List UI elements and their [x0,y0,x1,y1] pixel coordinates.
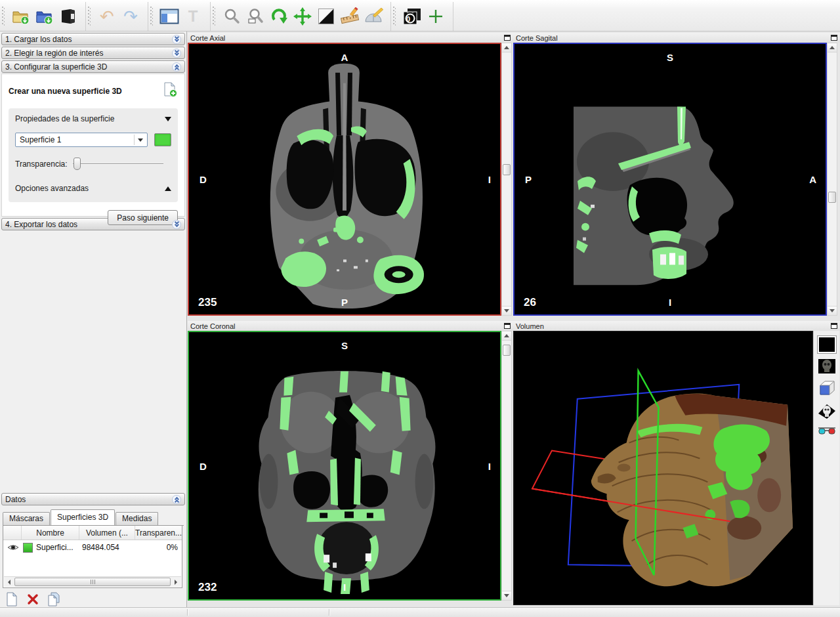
scroll-down-button[interactable] [828,306,837,315]
undo-icon[interactable]: ↶ [95,5,119,28]
tab-mascaras[interactable]: Máscaras [3,512,50,525]
zoom-region-icon[interactable] [243,5,267,28]
expand-chevron-icon [172,49,181,58]
stencil-skull-icon[interactable] [818,402,836,419]
collapse-triangle-icon [165,117,171,121]
sagittal-slice-canvas[interactable]: S P A I 26 [513,43,827,316]
step-configure-surface-label: 3. Configurar la superficie 3D [5,62,107,72]
contrast-icon[interactable] [314,5,338,28]
maximize-icon[interactable] [831,323,837,329]
toolbar-group-capture: 0 [391,2,453,31]
sagittal-slice-scrollbar[interactable] [827,43,837,316]
bounding-box-cube-icon[interactable] [818,379,836,396]
toolbar-group-view: T [148,2,211,31]
step-export-data-label: 4. Exportar los datos [5,220,77,229]
next-step-button[interactable]: Paso siguiente [108,210,178,225]
background-color-button[interactable] [818,336,836,353]
surface-select[interactable]: Superficie 1 [15,133,148,147]
surface-select-value: Superficie 1 [20,135,61,144]
rotate-3d-icon[interactable] [267,5,291,28]
delete-item-icon[interactable] [25,591,41,607]
text-tool-glyph: T [188,7,198,26]
redo-icon[interactable]: ↷ [119,5,142,28]
coronal-slice-scrollbar[interactable] [501,331,512,601]
column-volumen[interactable]: Volumen (... [79,526,135,540]
column-transparencia[interactable]: Transparen... [135,526,182,540]
toolbar-drag-handle[interactable] [2,7,5,26]
coronal-slice-canvas[interactable]: S D I I 232 [188,331,501,601]
zoom-icon[interactable] [220,5,243,28]
axial-viewport: Corte Axial [188,33,513,316]
surface-properties-header[interactable]: Propiedades de la superficie [15,114,171,123]
snapshot-icon[interactable]: 0 [400,5,424,28]
scroll-right-button[interactable] [171,578,180,586]
scrollbar-thumb[interactable] [14,578,171,586]
row-color-swatch[interactable] [23,543,33,553]
sagittal-viewport: Corte Sagital [513,33,840,316]
orientation-label-posterior: P [341,297,348,308]
transparency-slider[interactable] [73,158,163,171]
sagittal-ct-image [514,44,826,314]
maximize-icon[interactable] [831,35,837,41]
volume-preset-thumbnail[interactable] [818,359,835,373]
toolbar-drag-handle[interactable] [393,7,396,26]
volume-render-canvas[interactable] [513,331,813,605]
main-toolbar: ↶ ↷ T [0,0,840,32]
advanced-options-header[interactable]: Opciones avanzadas [15,184,171,193]
scrollbar-thumb[interactable] [503,164,511,175]
new-surface-icon[interactable] [162,82,178,100]
table-row[interactable]: Superfici... 98484.054 0% [3,540,182,555]
table-header-row: Nombre Volumen (... Transparen... [3,526,182,540]
toolbar-drag-handle[interactable] [213,7,215,26]
text-tool-icon[interactable]: T [181,5,205,28]
layout-window-icon[interactable] [158,5,181,28]
pan-icon[interactable] [291,5,314,28]
scroll-left-button[interactable] [5,578,14,586]
step-load-data-header[interactable]: 1. Cargar los datos [1,33,185,45]
slider-track [73,163,163,165]
scroll-up-button[interactable] [502,43,511,53]
stereo-glasses-icon[interactable] [817,425,837,436]
scroll-down-button[interactable] [502,306,511,315]
open-folder-download-icon[interactable] [9,5,33,28]
coronal-title-bar: Corte Coronal [188,321,513,331]
add-view-icon[interactable] [424,5,448,28]
axial-slice-canvas[interactable]: A D I P 235 [188,43,501,316]
toolbar-group-tools [211,2,391,31]
scroll-up-button[interactable] [502,331,511,341]
new-item-icon[interactable] [4,591,20,607]
volume-title-bar: Volumen [513,321,840,331]
duplicate-item-icon[interactable] [46,591,62,607]
row-volume: 98484.054 [82,543,140,552]
surface-properties-groupbox: Propiedades de la superficie Superficie … [9,108,178,202]
visibility-eye-icon[interactable] [3,541,23,554]
import-folder-download-icon[interactable] [33,5,56,28]
advanced-options-label: Opciones avanzadas [15,184,89,193]
scroll-up-button[interactable] [828,43,837,53]
axial-slice-number: 235 [198,296,217,309]
slider-handle[interactable] [74,158,81,170]
column-nombre[interactable]: Nombre [22,526,79,540]
table-horizontal-scrollbar[interactable] [4,576,181,587]
tab-medidas[interactable]: Medidas [116,512,158,525]
toolbar-drag-handle[interactable] [150,7,153,26]
scrollbar-thumb[interactable] [503,345,511,356]
collapse-chevron-icon [172,62,181,72]
maximize-icon[interactable] [504,35,511,41]
datos-header[interactable]: Datos [1,493,185,505]
orientation-label-anterior: A [809,174,816,185]
collapse-chevron-icon [172,495,181,504]
step-configure-surface-header[interactable]: 3. Configurar la superficie 3D [1,60,185,73]
measure-angle-icon[interactable] [362,5,385,28]
axial-slice-scrollbar[interactable] [501,43,512,316]
scrollbar-thumb[interactable] [828,192,836,203]
step-choose-roi-header[interactable]: 2. Elegir la región de interés [1,47,185,59]
maximize-icon[interactable] [504,323,511,329]
tab-superficies-3d[interactable]: Superficies 3D [51,509,115,525]
measure-distance-icon[interactable] [338,5,362,28]
toolbar-drag-handle[interactable] [88,7,91,26]
surface-color-swatch[interactable] [154,133,171,146]
scroll-down-button[interactable] [502,591,511,600]
load-binder-icon[interactable] [56,5,80,28]
transparency-label: Transparencia: [15,160,68,169]
